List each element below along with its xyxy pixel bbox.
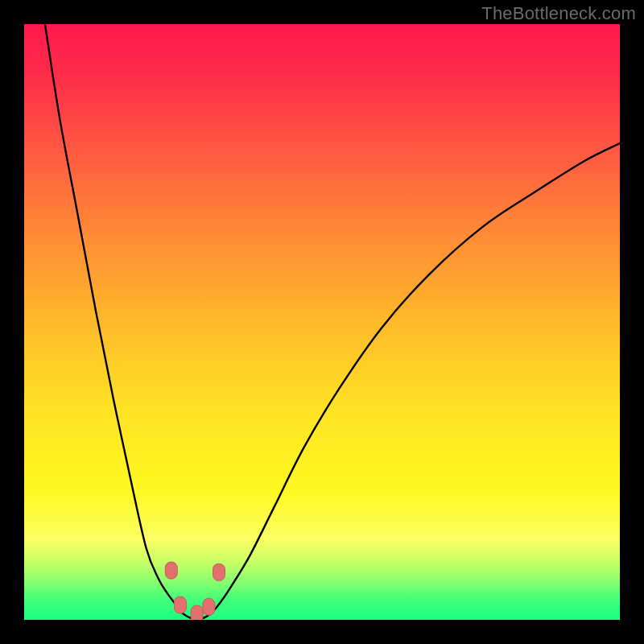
marker-dot	[174, 597, 186, 613]
chart-frame: TheBottleneck.com	[0, 0, 644, 644]
plot-area	[24, 24, 620, 620]
marker-dot	[191, 605, 203, 620]
marker-dot	[165, 562, 177, 579]
marker-dot	[213, 564, 225, 580]
marker-dot	[203, 598, 215, 615]
markers-group	[165, 562, 225, 620]
watermark-text: TheBottleneck.com	[481, 3, 636, 24]
bottleneck-curve	[45, 24, 620, 619]
curve-layer	[24, 24, 620, 620]
